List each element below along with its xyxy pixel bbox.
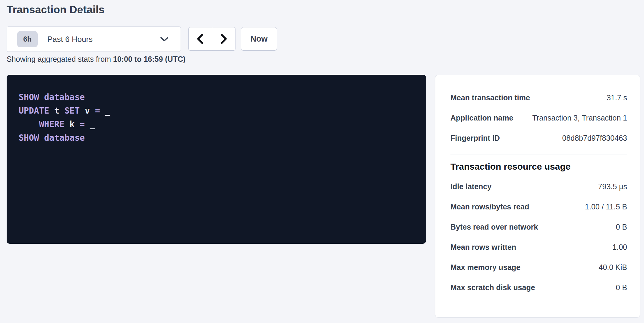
chevron-down-icon <box>160 36 169 42</box>
chevron-left-icon <box>197 34 204 44</box>
sql-keyword: WHERE <box>39 119 64 129</box>
sql-line: SHOW database <box>19 131 414 145</box>
resource-usage-heading: Transaction resource usage <box>450 162 627 172</box>
aggregated-stats-prefix: Showing aggregated stats from <box>7 55 113 63</box>
resource-usage-rows: Idle latency793.5 µsMean rows/bytes read… <box>450 177 627 298</box>
sql-identifier: v <box>80 106 95 116</box>
transaction-sql-statements-box: SHOW databaseUPDATE t SET v = _ WHERE k … <box>7 75 426 244</box>
sql-keyword: SHOW <box>19 92 39 102</box>
now-button[interactable]: Now <box>241 27 277 51</box>
stat-value: 0 B <box>616 223 627 231</box>
time-range-badge: 6h <box>17 31 38 47</box>
time-range-label: Past 6 Hours <box>47 35 93 44</box>
sql-keyword: UPDATE <box>19 106 49 116</box>
stat-row: Fingerprint ID08d8b7d97f830463 <box>450 128 627 148</box>
time-range-select[interactable]: 6h Past 6 Hours <box>7 27 181 52</box>
stat-row: Max scratch disk usage0 B <box>450 278 627 298</box>
aggregated-stats-range: 10:00 to 16:59 (UTC) <box>113 55 185 63</box>
sql-identifier <box>39 92 44 102</box>
stat-label: Max scratch disk usage <box>450 283 535 292</box>
sql-code: SHOW databaseUPDATE t SET v = _ WHERE k … <box>19 90 414 145</box>
sql-identifier <box>19 119 39 129</box>
page-title: Transaction Details <box>7 4 105 16</box>
sql-identifier: t <box>49 106 65 116</box>
sql-line: UPDATE t SET v = _ <box>19 104 414 118</box>
panel-divider <box>450 155 627 155</box>
stat-value: 08d8b7d97f830463 <box>562 134 627 143</box>
sql-identifier <box>39 133 44 143</box>
next-time-button[interactable] <box>212 27 235 51</box>
aggregated-stats-caption: Showing aggregated stats from 10:00 to 1… <box>7 55 185 64</box>
stat-row: Bytes read over network0 B <box>450 217 627 237</box>
transaction-summary-panel: Mean transaction time31.7 sApplication n… <box>435 75 640 318</box>
sql-keyword: SET <box>65 106 80 116</box>
stat-row: Idle latency793.5 µs <box>450 177 627 197</box>
sql-identifier: _ <box>100 106 110 116</box>
stat-label: Bytes read over network <box>450 223 538 231</box>
stat-row: Mean transaction time31.7 s <box>450 88 627 108</box>
stat-value: 1.00 / 11.5 B <box>585 202 627 211</box>
stat-label: Max memory usage <box>450 263 520 272</box>
stat-value: 0 B <box>616 283 627 292</box>
stat-value: 793.5 µs <box>598 182 627 191</box>
sql-identifier: _ <box>85 119 95 129</box>
summary-rows: Mean transaction time31.7 sApplication n… <box>450 88 627 148</box>
previous-time-button[interactable] <box>188 27 212 51</box>
sql-keyword: = <box>80 119 85 129</box>
stat-value: 31.7 s <box>607 93 627 102</box>
stat-label: Mean transaction time <box>450 93 530 102</box>
stat-value: 1.00 <box>612 243 627 252</box>
time-nav-group <box>188 27 235 51</box>
sql-keyword: SHOW <box>19 133 39 143</box>
stat-label: Fingerprint ID <box>450 134 500 143</box>
sql-keyword: database <box>44 92 85 102</box>
sql-keyword: database <box>44 133 85 143</box>
chevron-right-icon <box>220 34 227 44</box>
sql-keyword: = <box>95 106 100 116</box>
stat-label: Mean rows/bytes read <box>450 202 529 211</box>
sql-line: WHERE k = _ <box>19 118 414 131</box>
sql-line: SHOW database <box>19 90 414 104</box>
stat-row: Mean rows/bytes read1.00 / 11.5 B <box>450 197 627 217</box>
stat-label: Mean rows written <box>450 243 516 252</box>
stat-value: 40.0 KiB <box>598 263 627 272</box>
stat-value: Transaction 3, Transaction 1 <box>532 114 627 122</box>
stat-row: Application nameTransaction 3, Transacti… <box>450 108 627 128</box>
sql-identifier: k <box>65 119 80 129</box>
stat-label: Application name <box>450 114 513 122</box>
stat-row: Mean rows written1.00 <box>450 237 627 257</box>
stat-label: Idle latency <box>450 182 491 191</box>
stat-row: Max memory usage40.0 KiB <box>450 257 627 278</box>
